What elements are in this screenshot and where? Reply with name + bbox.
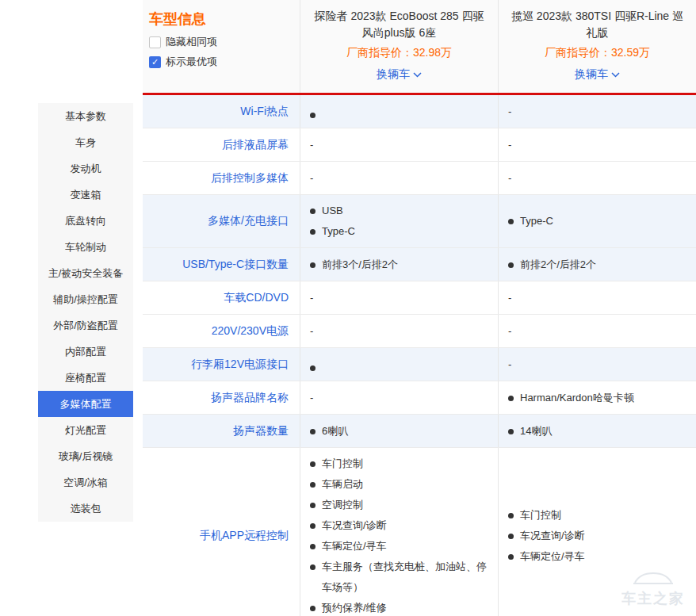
value-dash: - — [310, 288, 490, 308]
car-column-header-1: 探险者 2023款 EcoBoost 285 四驱风尚plus版 6座 厂商指导… — [300, 0, 498, 93]
table-row: 后排控制多媒体 - - — [143, 162, 696, 195]
table-row: 220V/230V电源 - - — [143, 315, 696, 348]
value-cell-car1: - — [300, 381, 498, 414]
bullet-dot-icon — [310, 262, 315, 268]
sidebar-item[interactable]: 灯光配置 — [38, 417, 133, 443]
header-controls: 车型信息 隐藏相同项 ✓ 标示最优项 — [143, 0, 300, 93]
bullet-dot-icon — [310, 365, 315, 371]
value-dash: - — [508, 288, 688, 308]
row-label[interactable]: 行李厢12V电源接口 — [143, 348, 300, 381]
bullet-dot-icon — [508, 219, 514, 224]
row-label[interactable]: 扬声器数量 — [143, 415, 300, 447]
bullet-dot-icon — [508, 262, 514, 268]
row-label[interactable]: 车载CD/DVD — [143, 281, 300, 314]
comparison-table: 车型信息 隐藏相同项 ✓ 标示最优项 探险者 2023款 EcoBoost 28… — [143, 0, 696, 616]
value-item: 车辆启动 — [310, 474, 490, 495]
value-cell-car2: - — [498, 128, 696, 161]
value-cell-car2: - — [498, 162, 696, 194]
row-label[interactable]: 扬声器品牌名称 — [143, 381, 300, 414]
sidebar-item[interactable]: 外部/防盗配置 — [38, 312, 133, 339]
table-row: 扬声器数量 6喇叭 14喇叭 — [143, 415, 696, 448]
bullet-dot-icon — [508, 429, 514, 434]
checkbox-unchecked-icon[interactable] — [149, 36, 161, 48]
value-item: 车主服务（查找充电桩、加油站、停车场等） — [310, 557, 490, 598]
table-header: 车型信息 隐藏相同项 ✓ 标示最优项 探险者 2023款 EcoBoost 28… — [143, 0, 696, 95]
mark-best-checkbox[interactable]: ✓ 标示最优项 — [149, 55, 300, 69]
row-label[interactable]: Wi-Fi热点 — [143, 95, 300, 128]
value-dash: - — [508, 168, 688, 189]
checkbox-checked-icon[interactable]: ✓ — [149, 56, 161, 68]
sidebar-item[interactable]: 辅助/操控配置 — [38, 286, 133, 312]
value-item: 14喇叭 — [508, 421, 688, 442]
value-item: 车门控制 — [508, 505, 688, 526]
sidebar-item[interactable]: 车轮制动 — [38, 234, 133, 260]
bullet-dot-icon — [310, 503, 315, 508]
value-dash: - — [310, 388, 490, 408]
bullet-dot-icon — [310, 523, 315, 529]
sidebar-item[interactable]: 发动机 — [38, 155, 133, 182]
sidebar-item[interactable]: 内部配置 — [38, 339, 133, 365]
row-label[interactable]: 后排液晶屏幕 — [143, 128, 300, 161]
sidebar-item[interactable]: 变速箱 — [38, 182, 133, 208]
sidebar-item[interactable]: 座椅配置 — [38, 365, 133, 391]
car-name: 揽巡 2023款 380TSI 四驱R-Line 巡礼版 — [508, 8, 686, 41]
row-label[interactable]: 220V/230V电源 — [143, 315, 300, 347]
bullet-dot-icon — [310, 113, 315, 118]
value-dash: - — [310, 135, 490, 155]
row-label[interactable]: 手机APP远程控制 — [143, 448, 300, 616]
sidebar-item[interactable]: 主/被动安全装备 — [38, 260, 133, 286]
value-cell-car1: 6喇叭 — [300, 415, 498, 447]
table-row: 手机APP远程控制 车门控制车辆启动空调控制车况查询/诊断车辆定位/寻车车主服务… — [143, 448, 696, 616]
value-cell-car2: - — [498, 95, 696, 128]
sidebar-item[interactable]: 多媒体配置 — [38, 391, 133, 417]
bullet-dot-icon — [310, 209, 315, 214]
row-label[interactable]: 后排控制多媒体 — [143, 162, 300, 194]
change-car-link[interactable]: 换辆车 — [575, 67, 620, 82]
value-item: 车门控制 — [310, 453, 490, 474]
sidebar-item[interactable]: 空调/冰箱 — [38, 469, 133, 495]
value-cell-car1: - — [300, 281, 498, 314]
value-item: Harman/Kardon哈曼卡顿 — [508, 388, 688, 408]
table-row: 车载CD/DVD - - — [143, 281, 696, 315]
change-car-link[interactable]: 换辆车 — [377, 67, 422, 82]
sidebar-item[interactable]: 底盘转向 — [38, 208, 133, 234]
value-item — [310, 105, 490, 118]
value-item: 预约保养/维修 — [310, 598, 490, 616]
value-cell-car1 — [300, 95, 498, 128]
bullet-dot-icon — [508, 554, 514, 560]
bullet-dot-icon — [508, 534, 514, 539]
value-cell-car1: 车门控制车辆启动空调控制车况查询/诊断车辆定位/寻车车主服务（查找充电桩、加油站… — [300, 448, 498, 616]
value-cell-car1: - — [300, 315, 498, 347]
value-cell-car2: - — [498, 281, 696, 314]
table-row: USB/Type-C接口数量 前排3个/后排2个 前排2个/后排2个 — [143, 248, 696, 281]
bullet-dot-icon — [310, 606, 315, 611]
sidebar-item[interactable]: 基本参数 — [38, 103, 133, 129]
row-label[interactable]: 多媒体/充电接口 — [143, 195, 300, 247]
value-item — [310, 358, 490, 371]
hide-same-label: 隐藏相同项 — [166, 35, 217, 49]
value-dash: - — [508, 321, 688, 342]
bullet-dot-icon — [508, 513, 514, 518]
sidebar-item[interactable]: 车身 — [38, 129, 133, 155]
value-item: Type-C — [310, 221, 490, 242]
sidebar-item[interactable]: 选装包 — [38, 495, 133, 522]
sidebar-item[interactable]: 玻璃/后视镜 — [38, 443, 133, 469]
hide-same-checkbox[interactable]: 隐藏相同项 — [149, 35, 300, 49]
table-row: 行李厢12V电源接口 - — [143, 348, 696, 381]
chevron-down-icon — [611, 72, 620, 78]
bullet-dot-icon — [310, 564, 315, 570]
value-item: 车况查询/诊断 — [310, 515, 490, 536]
value-cell-car1: - — [300, 162, 498, 194]
value-cell-car1: 前排3个/后排2个 — [300, 248, 498, 281]
bullet-dot-icon — [508, 396, 514, 401]
value-cell-car1 — [300, 348, 498, 381]
value-cell-car1: - — [300, 128, 498, 161]
bullet-dot-icon — [310, 482, 315, 488]
value-dash: - — [310, 321, 490, 342]
value-item: 车辆定位/寻车 — [508, 546, 688, 567]
value-item: 前排3个/后排2个 — [310, 254, 490, 275]
value-item: 前排2个/后排2个 — [508, 254, 688, 275]
page-title: 车型信息 — [149, 10, 300, 29]
row-label[interactable]: USB/Type-C接口数量 — [143, 248, 300, 281]
value-dash: - — [310, 168, 490, 189]
